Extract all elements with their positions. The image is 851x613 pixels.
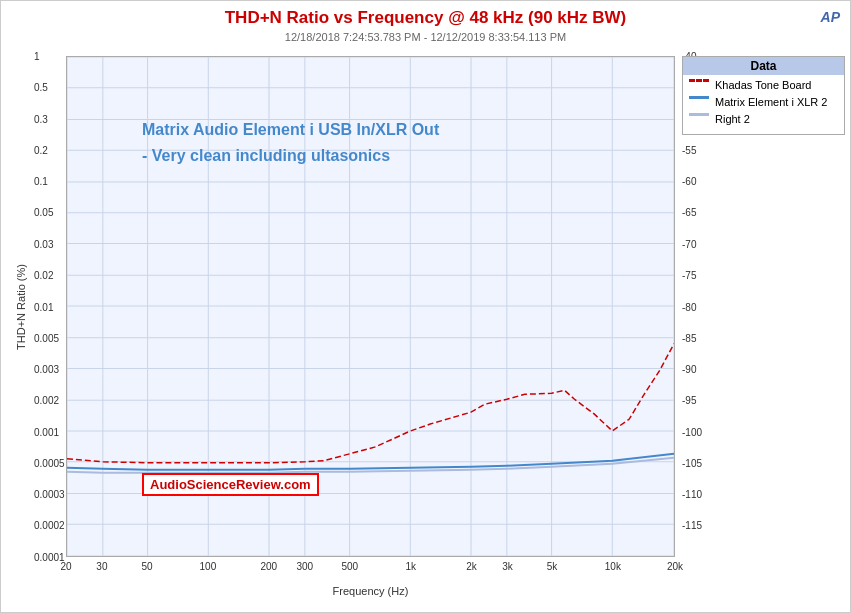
legend-label-1: Khadas Tone Board xyxy=(715,79,811,91)
chart-area: Matrix Audio Element i USB In/XLR Out - … xyxy=(66,56,675,557)
legend-color-2 xyxy=(689,96,709,108)
red-line xyxy=(67,344,674,463)
legend-color-3 xyxy=(689,113,709,125)
legend-label-3: Right 2 xyxy=(715,113,750,125)
legend-label-2: Matrix Element i XLR 2 xyxy=(715,96,827,108)
ap-logo: AP xyxy=(821,9,840,25)
legend-item-3: Right 2 xyxy=(689,113,838,125)
x-axis-title: Frequency (Hz) xyxy=(66,585,675,597)
y-axis-left: 1 0.5 0.3 0.2 0.1 0.05 0.03 0.02 0.01 0.… xyxy=(29,56,66,557)
watermark: AudioScienceReview.com xyxy=(142,473,319,496)
chart-subtitle: 12/18/2018 7:24:53.783 PM - 12/12/2019 8… xyxy=(1,31,850,43)
chart-title: THD+N Ratio vs Frequency @ 48 kHz (90 kH… xyxy=(1,1,850,29)
legend-color-1 xyxy=(689,79,709,91)
chart-annotation: Matrix Audio Element i USB In/XLR Out - … xyxy=(142,117,439,168)
y-axis-title-left: THD+N Ratio (%) xyxy=(11,56,31,557)
legend-item-2: Matrix Element i XLR 2 xyxy=(689,96,838,108)
chart-container: THD+N Ratio vs Frequency @ 48 kHz (90 kH… xyxy=(0,0,851,613)
x-axis-labels: 20 30 50 100 200 300 500 1k 2k 3k 5k 10k… xyxy=(66,561,675,579)
legend-title: Data xyxy=(683,57,844,75)
legend: Data Khadas Tone Board Matrix Element i … xyxy=(682,56,845,135)
legend-item-1: Khadas Tone Board xyxy=(689,79,838,91)
